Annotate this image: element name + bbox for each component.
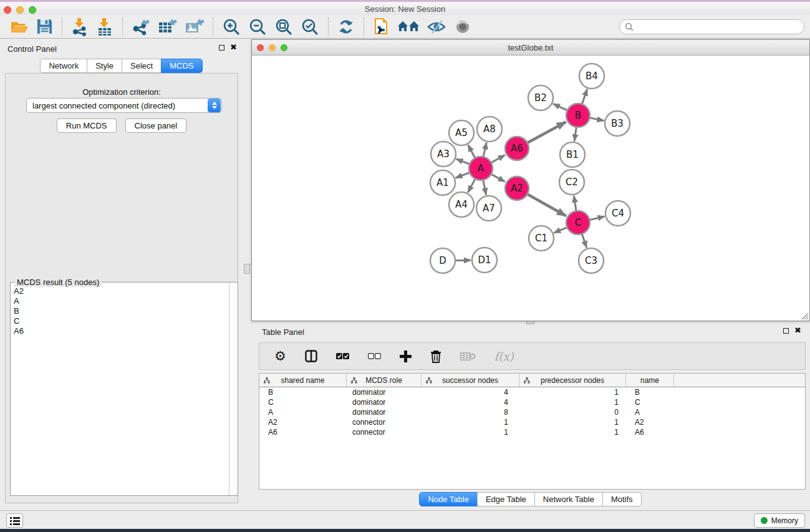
zoom-fit-button[interactable]: [271, 16, 297, 37]
function-builder-button[interactable]: f(x): [491, 349, 518, 364]
unselect-all-button[interactable]: [364, 351, 385, 362]
table-tab-network-table[interactable]: Network Table: [534, 492, 603, 506]
edge-C-C3[interactable]: [582, 233, 587, 248]
float-table-panel-icon[interactable]: [783, 328, 789, 334]
edge-A-A2[interactable]: [491, 174, 505, 182]
memory-button[interactable]: Memory: [754, 513, 805, 528]
edge-A-A1[interactable]: [456, 172, 471, 178]
table-tab-edge-table[interactable]: Edge Table: [477, 492, 535, 506]
delete-table-button[interactable]: [456, 351, 480, 362]
close-panel-button[interactable]: Close panel: [125, 118, 187, 133]
resize-grip-icon[interactable]: [801, 312, 809, 320]
tab-mcds[interactable]: MCDS: [161, 59, 202, 73]
export-table-button[interactable]: [154, 16, 181, 37]
edge-A-A5[interactable]: [468, 145, 476, 158]
node-A4[interactable]: A4: [449, 192, 474, 217]
result-item[interactable]: A2: [11, 286, 228, 296]
table-row[interactable]: Adominator80A: [259, 407, 805, 417]
tab-select[interactable]: Select: [122, 59, 162, 73]
node-B3[interactable]: B3: [605, 111, 630, 136]
node-C1[interactable]: C1: [529, 226, 554, 251]
edge-B-B1[interactable]: [574, 127, 576, 141]
node-A8[interactable]: A8: [477, 117, 502, 142]
node-B1[interactable]: B1: [560, 142, 585, 167]
tab-network[interactable]: Network: [40, 59, 87, 73]
table-row[interactable]: Bdominator41B: [259, 387, 805, 397]
edge-A-A8[interactable]: [483, 142, 486, 157]
home-layout-button[interactable]: [394, 17, 423, 36]
export-image-button[interactable]: [181, 16, 208, 37]
zoom-in-button[interactable]: [218, 16, 244, 37]
table-tab-node-table[interactable]: Node Table: [419, 492, 478, 506]
show-details-button[interactable]: [450, 17, 475, 36]
node-D[interactable]: D: [430, 248, 455, 273]
edge-A6-B[interactable]: [527, 122, 566, 143]
network-graph[interactable]: B4B2BB3A5A8A6A3B1AA1C2A2A4A7C4CC1C3DD1: [252, 56, 809, 321]
edge-B-B2[interactable]: [553, 104, 568, 110]
table-row[interactable]: A2connector11A2: [259, 417, 805, 427]
edge-A-A4[interactable]: [468, 178, 475, 193]
table-tab-motifs[interactable]: Motifs: [602, 492, 642, 506]
network-canvas[interactable]: B4B2BB3A5A8A6A3B1AA1C2A2A4A7C4CC1C3DD1: [252, 56, 809, 321]
hide-details-button[interactable]: [423, 17, 450, 36]
table-row[interactable]: A6connector11A6: [259, 427, 805, 437]
result-item[interactable]: B: [11, 306, 228, 316]
edge-B-B4[interactable]: [582, 89, 587, 105]
close-panel-icon[interactable]: ✖: [230, 44, 237, 51]
open-session-button[interactable]: [6, 17, 32, 36]
network-window-titlebar[interactable]: testGlobe.txt: [252, 40, 809, 56]
select-all-button[interactable]: [332, 351, 353, 362]
node-B2[interactable]: B2: [528, 85, 553, 110]
column-header-predecessor-nodes[interactable]: predecessor nodes: [519, 374, 626, 387]
result-scrollbar[interactable]: [229, 283, 237, 495]
column-header-successor-nodes[interactable]: successor nodes: [422, 374, 519, 387]
node-D1[interactable]: D1: [472, 248, 497, 273]
run-mcds-button[interactable]: Run MCDS: [57, 118, 117, 133]
node-table[interactable]: shared nameMCDS rolesuccessor nodesprede…: [259, 373, 806, 490]
delete-column-button[interactable]: [427, 349, 445, 364]
node-A7[interactable]: A7: [476, 196, 501, 221]
edge-A2-C[interactable]: [527, 194, 566, 216]
node-A3[interactable]: A3: [431, 142, 456, 167]
window-titlebar[interactable]: Session: New Session: [0, 2, 810, 15]
save-session-button[interactable]: [32, 17, 57, 36]
edge-C-C2[interactable]: [574, 196, 576, 211]
copy-style-button[interactable]: [369, 16, 394, 37]
edge-A-A7[interactable]: [483, 180, 486, 195]
criterion-dropdown[interactable]: largest connected component (directed): [26, 98, 222, 113]
column-header-name[interactable]: name: [626, 374, 674, 387]
edge-A-A3[interactable]: [456, 159, 471, 165]
network-view-window[interactable]: testGlobe.txt B4B2BB3A5A8A6A3B1AA1C2A2A4…: [251, 39, 810, 321]
show-panels-button[interactable]: [6, 513, 23, 528]
column-header-shared-name[interactable]: shared name: [259, 374, 347, 387]
node-C4[interactable]: C4: [605, 201, 630, 226]
tab-style[interactable]: Style: [87, 59, 122, 73]
node-C3[interactable]: C3: [579, 248, 604, 273]
node-A6[interactable]: A6: [505, 137, 529, 160]
node-A[interactable]: A: [469, 157, 493, 180]
float-panel-icon[interactable]: [219, 45, 224, 51]
result-item[interactable]: A: [11, 296, 228, 306]
create-column-button[interactable]: [396, 349, 415, 364]
result-item[interactable]: A6: [11, 326, 228, 336]
column-header-MCDS-role[interactable]: MCDS role: [347, 374, 422, 387]
zoom-selected-button[interactable]: [297, 16, 323, 37]
edge-A-A6[interactable]: [491, 155, 505, 163]
vertical-splitter-handle[interactable]: [244, 264, 250, 274]
node-C[interactable]: C: [566, 211, 590, 235]
node-C2[interactable]: C2: [559, 170, 584, 195]
search-input[interactable]: [637, 22, 804, 32]
table-row[interactable]: Cdominator41C: [259, 397, 805, 407]
edge-C-C4[interactable]: [589, 216, 605, 220]
edge-C-C1[interactable]: [554, 227, 567, 233]
close-table-panel-icon[interactable]: ✖: [794, 327, 801, 334]
search-box[interactable]: [619, 19, 804, 34]
table-settings-button[interactable]: ⚙: [271, 349, 290, 364]
edge-B-B3[interactable]: [589, 118, 604, 121]
show-columns-button[interactable]: [301, 349, 321, 364]
node-B4[interactable]: B4: [579, 64, 604, 89]
node-A5[interactable]: A5: [449, 120, 474, 145]
result-item[interactable]: C: [11, 316, 228, 326]
node-A1[interactable]: A1: [430, 170, 455, 195]
node-A2[interactable]: A2: [505, 177, 529, 200]
